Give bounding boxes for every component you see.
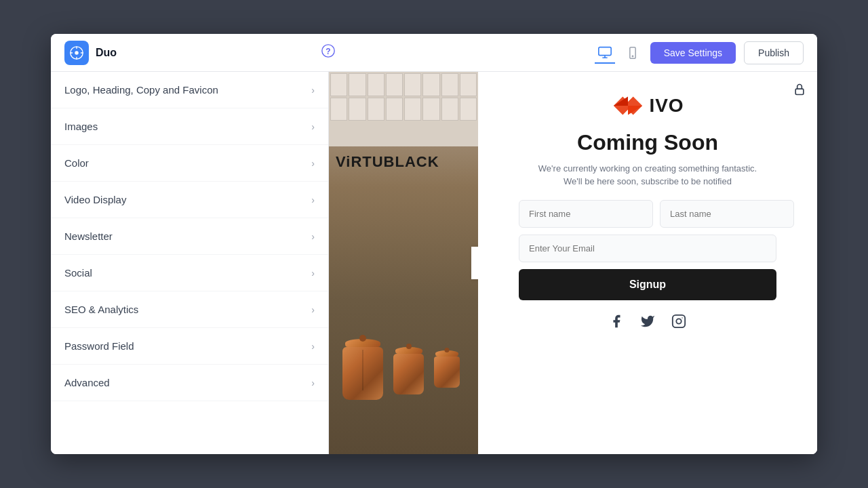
twitter-icon[interactable] [640,314,655,333]
sidebar-item-newsletter-label: Newsletter [64,230,113,242]
publish-button[interactable]: Publish [744,41,804,64]
sidebar-item-logo-heading-label: Logo, Heading, Copy and Favicon [64,84,218,96]
sidebar-item-images[interactable]: Images › [51,108,328,145]
tile [349,98,366,121]
preview-area: ViRTUBLACK [329,72,817,454]
sidebar-item-color-label: Color [64,157,89,169]
chevron-icon: › [311,378,315,388]
sidebar-item-social-label: Social [64,267,92,279]
tile [422,98,439,121]
brand-logo-icon [611,92,645,119]
pot-small [434,350,460,388]
sidebar-item-video-display-label: Video Display [64,194,126,205]
lock-icon [793,83,806,100]
tile [404,98,421,121]
preview-split: ViRTUBLACK [329,72,817,454]
topbar: Duo ? Save Settings [51,34,817,72]
pot-large [342,339,383,400]
chevron-icon: › [311,341,315,352]
svg-rect-7 [795,89,804,94]
app-logo-icon [64,41,89,65]
signup-button[interactable]: Signup [519,269,776,300]
topbar-left: Duo ? [64,41,336,65]
sidebar-item-advanced[interactable]: Advanced › [51,365,328,401]
svg-text:?: ? [326,47,330,56]
help-icon[interactable]: ? [321,43,336,62]
content-area: Logo, Heading, Copy and Favicon › Images… [51,72,817,454]
coming-soon-title: Coming Soon [577,130,718,155]
chevron-icon: › [311,85,315,96]
preview-image-side: ViRTUBLACK [329,72,478,454]
pot-medium [393,347,424,394]
kitchen-background: ViRTUBLACK [329,72,478,454]
svg-point-1 [75,51,79,55]
mobile-view-button[interactable] [623,43,642,62]
tile [386,98,403,121]
coming-soon-subtitle2: We'll be here soon, subscribe to be noti… [564,176,732,186]
chevron-icon: › [311,195,315,205]
svg-rect-8 [673,315,685,327]
sidebar-item-seo-analytics-label: SEO & Analytics [64,304,138,315]
watermark-text: ViRTUBLACK [336,153,439,171]
sidebar-item-video-display[interactable]: Video Display › [51,182,328,218]
tile [460,73,477,96]
last-name-input[interactable] [660,200,794,228]
tile [330,98,347,121]
tile [386,73,403,96]
tile [330,73,347,96]
app-title: Duo [96,47,117,59]
sidebar-item-newsletter[interactable]: Newsletter › [51,218,328,255]
chevron-icon: › [311,158,315,169]
tile [349,73,366,96]
email-input[interactable] [519,235,776,262]
sidebar-item-images-label: Images [64,121,98,132]
sidebar-item-password-field[interactable]: Password Field › [51,328,328,365]
name-form-row [519,200,776,228]
tile [441,73,458,96]
kitchen-tiles [329,72,478,146]
social-icons-row [609,314,686,333]
svg-rect-4 [599,47,611,55]
chevron-icon: › [311,121,315,132]
save-settings-button[interactable]: Save Settings [650,42,736,64]
sidebar-item-logo-heading[interactable]: Logo, Heading, Copy and Favicon › [51,72,328,108]
tile [404,73,421,96]
sidebar: Logo, Heading, Copy and Favicon › Images… [51,72,329,454]
chevron-icon: › [311,231,315,242]
tile [422,73,439,96]
brand-name: IVO [649,95,684,117]
first-name-input[interactable] [519,200,653,228]
sidebar-item-seo-analytics[interactable]: SEO & Analytics › [51,291,328,328]
svg-point-9 [676,319,681,323]
coming-soon-subtitle1: We're currently working on creating some… [538,163,757,174]
coming-soon-preview: IVO Coming Soon We're currently working … [478,72,817,454]
chevron-icon: › [311,304,315,315]
pot-container [342,339,460,400]
tile [460,98,477,121]
facebook-icon[interactable] [609,314,624,333]
brand-logo: IVO [611,92,684,119]
topbar-right: Save Settings Publish [595,41,804,64]
tile [368,98,384,121]
tile [368,73,384,96]
tile [441,98,458,121]
instagram-icon[interactable] [671,314,686,333]
chevron-icon: › [311,268,315,279]
collapse-sidebar-handle[interactable]: ‹ [471,247,478,279]
desktop-view-button[interactable] [595,42,615,64]
sidebar-item-social[interactable]: Social › [51,255,328,291]
sidebar-item-password-field-label: Password Field [64,340,134,352]
sidebar-item-color[interactable]: Color › [51,145,328,182]
sidebar-item-advanced-label: Advanced [64,377,110,388]
svg-point-6 [632,56,633,56]
svg-point-10 [682,317,682,318]
main-window: Duo ? Save Settings [51,34,817,454]
